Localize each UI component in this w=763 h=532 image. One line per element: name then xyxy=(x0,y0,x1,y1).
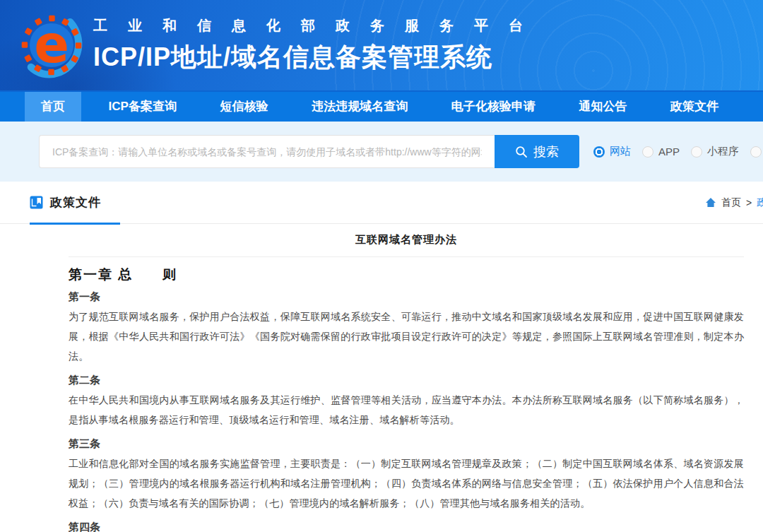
article-title: 互联网域名管理办法 xyxy=(69,234,744,245)
section-tab-policy-files[interactable]: 政策文件 xyxy=(30,194,101,211)
search-button[interactable]: 搜索 xyxy=(495,135,579,168)
nav-item-notices[interactable]: 通知公告 xyxy=(562,92,643,122)
nav-item-sms-verify[interactable]: 短信核验 xyxy=(204,92,285,122)
clause-1-heading: 第一条 xyxy=(69,287,744,307)
nav-item-icp-query[interactable]: ICP备案查询 xyxy=(93,92,193,122)
clause-4: 第四条 各省、自治区、直辖市通信管理局对本行政区域内的域名服务实施监督管理，主要… xyxy=(69,517,744,532)
section-title: 政策文件 xyxy=(50,194,101,211)
radio-app[interactable]: APP xyxy=(642,146,680,158)
chapter-heading: 第一章 总 则 xyxy=(69,267,744,283)
clause-1-text: 为了规范互联网域名服务，保护用户合法权益，保障互联网域名系统安全、可靠运行，推动… xyxy=(69,307,744,366)
breadcrumb-separator: > xyxy=(746,197,752,208)
home-icon xyxy=(705,197,716,208)
main-nav: 首页 ICP备案查询 短信核验 违法违规域名查询 电子化核验申请 通知公告 政策… xyxy=(0,90,763,122)
platform-title: 工业和信息化部政务服务平台 xyxy=(93,16,543,35)
breadcrumb: 首页 > 政策文件 xyxy=(705,196,763,209)
radio-unselected-icon xyxy=(691,146,702,158)
search-button-label: 搜索 xyxy=(533,143,559,160)
miit-gear-e-logo: e xyxy=(18,8,85,83)
search-section: 搜索 网站 APP 小程序 快应用 xyxy=(0,122,763,182)
clause-4-heading: 第四条 xyxy=(69,517,744,532)
search-box: 搜索 xyxy=(39,135,579,168)
active-tab-underline xyxy=(30,223,120,225)
radio-unselected-icon xyxy=(642,146,653,158)
nav-item-home[interactable]: 首页 xyxy=(25,92,81,122)
policy-book-icon xyxy=(30,196,43,209)
radio-quickapp[interactable]: 快应用 xyxy=(750,145,763,158)
breadcrumb-home[interactable]: 首页 xyxy=(721,196,741,209)
policy-article: 互联网域名管理办法 第一章 总 则 第一条 为了规范互联网域名服务，保护用户合法… xyxy=(0,224,763,532)
nav-item-illegal-domain-query[interactable]: 违法违规域名查询 xyxy=(295,92,424,122)
search-icon xyxy=(515,146,528,158)
title-divider xyxy=(69,256,744,257)
nav-item-e-verification[interactable]: 电子化核验申请 xyxy=(435,92,552,122)
site-header: e 工业和信息化部政务服务平台 ICP/IP地址/域名信息备案管理系统 xyxy=(0,0,763,90)
radio-miniprogram[interactable]: 小程序 xyxy=(691,145,739,158)
svg-text:e: e xyxy=(34,14,69,74)
system-title: ICP/IP地址/域名信息备案管理系统 xyxy=(93,40,543,75)
clause-2-heading: 第二条 xyxy=(69,370,744,390)
clause-3-text: 工业和信息化部对全国的域名服务实施监督管理，主要职责是：（一）制定互联网域名管理… xyxy=(69,454,744,513)
header-titles: 工业和信息化部政务服务平台 ICP/IP地址/域名信息备案管理系统 xyxy=(93,16,543,75)
clause-3-heading: 第三条 xyxy=(69,434,744,454)
clause-3: 第三条 工业和信息化部对全国的域名服务实施监督管理，主要职责是：（一）制定互联网… xyxy=(69,434,744,513)
clause-2-text: 在中华人民共和国境内从事互联网域名服务及其运行维护、监督管理等相关活动，应当遵守… xyxy=(69,390,744,430)
search-type-radio-group: 网站 APP 小程序 快应用 xyxy=(593,145,763,158)
content-area: 政策文件 首页 > 政策文件 互联网域名管理办法 第一章 总 则 第一条 为了规… xyxy=(0,182,763,532)
radio-selected-icon xyxy=(593,146,605,158)
radio-website[interactable]: 网站 xyxy=(593,145,631,158)
radio-unselected-icon xyxy=(750,146,762,158)
clause-1: 第一条 为了规范互联网域名服务，保护用户合法权益，保障互联网域名系统安全、可靠运… xyxy=(69,287,744,366)
breadcrumb-current[interactable]: 政策文件 xyxy=(757,196,763,209)
nav-item-policy-files[interactable]: 政策文件 xyxy=(654,92,735,122)
clause-2: 第二条 在中华人民共和国境内从事互联网域名服务及其运行维护、监督管理等相关活动，… xyxy=(69,370,744,430)
search-input[interactable] xyxy=(39,135,495,168)
section-header-row: 政策文件 首页 > 政策文件 xyxy=(0,182,763,224)
